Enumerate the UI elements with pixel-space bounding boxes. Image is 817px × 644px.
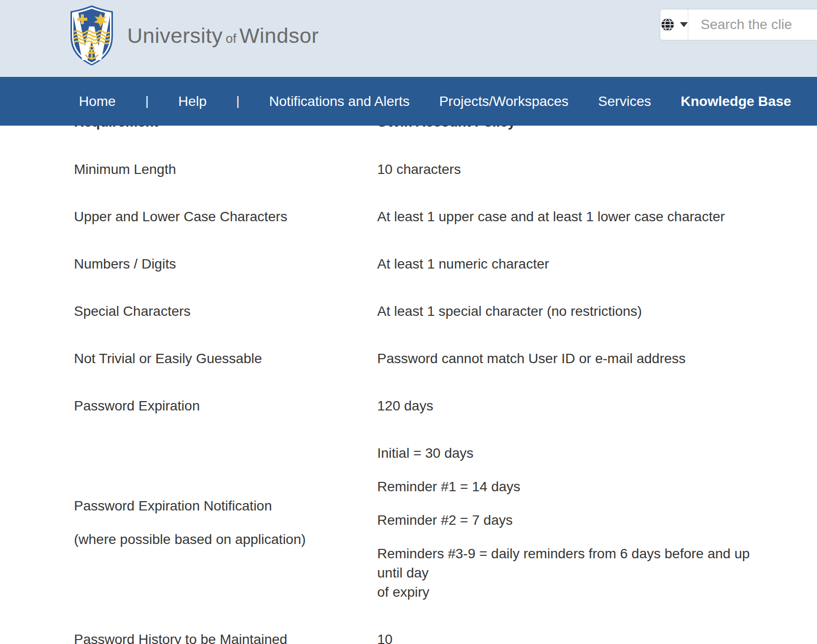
university-shield-logo <box>69 4 114 67</box>
requirement-cell: Numbers / Digits <box>74 240 377 288</box>
nav-item-home[interactable]: Home <box>79 94 116 109</box>
requirement-cell: Minimum Length <box>74 146 377 193</box>
password-policy-table: Requirement UWin Account Policy Minimum … <box>0 99 817 644</box>
requirement-cell: Special Characters <box>74 288 377 335</box>
requirement-cell: Password History to be Maintained <box>74 616 377 644</box>
policy-cell: At least 1 special character (no restric… <box>377 288 772 335</box>
table-row: Minimum Length 10 characters <box>0 146 817 193</box>
wordmark-windsor: Windsor <box>239 24 319 48</box>
table-row: Special Characters At least 1 special ch… <box>0 288 817 335</box>
policy-line: Initial = 30 days <box>377 443 772 463</box>
nav-item-services[interactable]: Services <box>598 94 651 109</box>
site-header: University of Windsor <box>0 0 817 77</box>
table-row: Upper and Lower Case Characters At least… <box>0 193 817 240</box>
policy-line: Reminder #1 = 14 days <box>377 477 772 496</box>
policy-cell: 10 characters <box>377 146 772 193</box>
table-row: Password Expiration 120 days <box>0 382 817 430</box>
policy-line: Reminders #3-9 = daily reminders from 6 … <box>377 544 772 602</box>
requirement-cell: Password Expiration <box>74 382 377 430</box>
globe-icon <box>660 17 675 32</box>
search-input[interactable] <box>688 9 817 40</box>
table-row: Not Trivial or Easily Guessable Password… <box>0 335 817 382</box>
wordmark-university: University <box>127 24 223 48</box>
nav-separator: | <box>145 94 149 109</box>
policy-cell: 10 <box>377 616 772 644</box>
search-scope-dropdown[interactable] <box>660 9 688 40</box>
policy-cell: Initial = 30 days Reminder #1 = 14 days … <box>377 430 772 616</box>
table-row: Numbers / Digits At least 1 numeric char… <box>0 240 817 288</box>
search-box <box>660 9 817 40</box>
chevron-down-icon <box>680 22 688 27</box>
university-wordmark: University of Windsor <box>127 24 319 48</box>
table-row-expiration-notification: Password Expiration Notification (where … <box>0 430 817 616</box>
policy-cell: 120 days <box>377 382 772 430</box>
policy-line: Reminder #2 = 7 days <box>377 510 772 530</box>
requirement-cell: Upper and Lower Case Characters <box>74 193 377 240</box>
policy-cell: At least 1 numeric character <box>377 240 772 288</box>
requirement-line: (where possible based on application) <box>74 530 377 549</box>
requirement-cell: Not Trivial or Easily Guessable <box>74 335 377 382</box>
table-row: Password History to be Maintained 10 <box>0 616 817 644</box>
policy-cell: At least 1 upper case and at least 1 low… <box>377 193 772 240</box>
main-nav: Home | Help | Notifications and Alerts P… <box>0 77 817 126</box>
university-brand[interactable]: University of Windsor <box>69 4 319 67</box>
requirement-cell: Password Expiration Notification (where … <box>74 430 377 616</box>
nav-separator: | <box>236 94 240 109</box>
nav-item-help[interactable]: Help <box>178 94 207 109</box>
nav-item-projects-workspaces[interactable]: Projects/Workspaces <box>439 94 568 109</box>
nav-item-notifications[interactable]: Notifications and Alerts <box>269 94 410 109</box>
policy-cell: Password cannot match User ID or e-mail … <box>377 335 772 382</box>
requirement-line: Password Expiration Notification <box>74 496 377 515</box>
nav-item-knowledge-base[interactable]: Knowledge Base <box>680 94 791 109</box>
wordmark-of: of <box>226 31 237 46</box>
